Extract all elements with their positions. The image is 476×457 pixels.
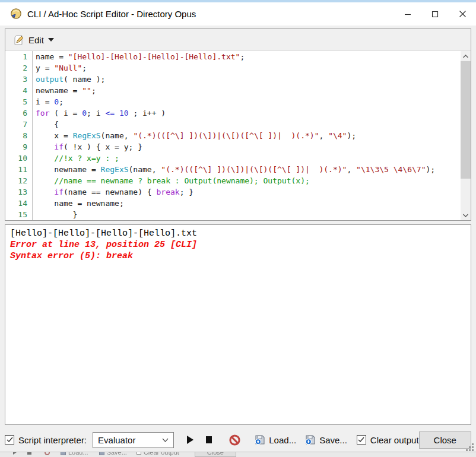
load-label-small: Load... [68, 452, 88, 456]
code-text: newname = ""; [33, 85, 96, 96]
scroll-up-icon[interactable] [461, 51, 471, 61]
background-toolbar-fragment: Load... Save... Clear output Close [0, 452, 476, 457]
editor-scrollbar[interactable] [461, 51, 471, 220]
code-line: 2y = "Null"; [5, 62, 461, 74]
load-button[interactable]: Load... [255, 434, 296, 445]
script-output-panel[interactable]: [Hello]-[Hello]-[Hello]-[Hello].txtError… [5, 224, 471, 425]
code-line: 12 //name == newname ? break : Output(ne… [5, 175, 461, 186]
output-lines: [Hello]-[Hello]-[Hello]-[Hello].txtError… [10, 228, 466, 262]
code-text: name = "[Hello]-[Hello]-[Hello]-[Hello].… [33, 51, 245, 62]
line-number: 14 [5, 198, 33, 209]
clear-output-group: Clear output [357, 435, 419, 445]
code-text: x = RegExS(name, "(.*)(([^\] ])(\])|(\[)… [33, 130, 356, 141]
line-number: 12 [5, 175, 33, 186]
code-line: 5i = 0; [5, 96, 461, 107]
code-line: 14 name = newname; [5, 198, 461, 209]
close-label-small: Close [207, 452, 224, 456]
close-button-small: Close [195, 452, 236, 457]
load-button-label: Load... [269, 435, 296, 445]
output-line: [Hello]-[Hello]-[Hello]-[Hello].txt [10, 228, 466, 239]
chevron-down-icon [162, 438, 169, 442]
minimize-button[interactable] [394, 2, 421, 26]
titlebar: CLI / Ad-Hoc Script Editor - Directory O… [0, 2, 476, 26]
scroll-down-icon[interactable] [461, 210, 471, 220]
interpreter-selected-value: Evaluator [98, 435, 162, 445]
close-window-button[interactable] [449, 2, 476, 26]
line-number: 13 [5, 186, 33, 198]
close-button[interactable]: Close [419, 431, 471, 449]
code-text: newname = RegExS(name, "(.*)(([^\] ])(\]… [33, 164, 435, 175]
abort-icon-small [45, 452, 50, 455]
line-number: 7 [5, 119, 33, 130]
code-line: 9 if( !x ) { x = y; } [5, 141, 461, 153]
clear-output-checkbox-small [137, 452, 141, 455]
bottom-toolbar: Script interpreter: Evaluator Load... [5, 431, 471, 449]
line-number: 4 [5, 85, 33, 96]
line-number: 1 [5, 51, 33, 62]
code-text: //name == newname ? break : Output(newna… [33, 175, 310, 186]
scrollbar-thumb[interactable] [461, 61, 471, 179]
code-editor[interactable]: 1name = "[Hello]-[Hello]-[Hello]-[Hello]… [5, 51, 471, 220]
code-line: 4newname = ""; [5, 85, 461, 96]
load-disk-icon [255, 434, 265, 445]
chevron-down-icon [48, 38, 54, 42]
save-disk-icon-small [99, 452, 104, 455]
line-number: 3 [5, 74, 33, 85]
output-line: Syntax error (5): break [10, 250, 466, 262]
line-number: 2 [5, 62, 33, 74]
save-button[interactable]: Save... [305, 434, 347, 445]
line-number: 10 [5, 153, 33, 164]
code-text: { [33, 119, 59, 130]
code-line: 7 { [5, 119, 461, 130]
line-number: 15 [5, 209, 33, 220]
run-script-button[interactable] [187, 436, 193, 444]
code-line: 11 newname = RegExS(name, "(.*)(([^\] ])… [5, 164, 461, 175]
code-text: for ( i = 0; i <= 10 ; i++ ) [33, 107, 166, 119]
load-disk-icon-small [61, 452, 66, 455]
clear-output-label: Clear output [370, 435, 419, 445]
code-text: name = newname; [33, 198, 124, 209]
background-window-sliver: Load... Save... Clear output Close [0, 452, 476, 457]
run-script-icon-small [13, 452, 17, 455]
code-line: 6for ( i = 0; i <= 10 ; i++ ) [5, 107, 461, 119]
code-text: if( !x ) { x = y; } [33, 141, 142, 153]
save-disk-icon [305, 434, 316, 445]
save-button-label: Save... [319, 435, 347, 445]
code-line: 13 if(name == newname) { break; } [5, 186, 461, 198]
script-interpreter-label: Script interpreter: [18, 435, 87, 445]
code-lines: 1name = "[Hello]-[Hello]-[Hello]-[Hello]… [5, 51, 461, 220]
save-label-small: Save... [107, 452, 127, 456]
code-line: 3output( name ); [5, 74, 461, 85]
resize-grip[interactable] [467, 444, 474, 451]
code-line: 1name = "[Hello]-[Hello]-[Hello]-[Hello]… [5, 51, 461, 62]
code-text: y = "Null"; [33, 62, 87, 74]
code-text: } [33, 209, 77, 220]
line-number: 6 [5, 107, 33, 119]
close-button-label: Close [434, 435, 456, 445]
stop-script-icon-small [27, 452, 31, 455]
maximize-button[interactable] [421, 2, 449, 26]
code-line: 15 } [5, 209, 461, 220]
stop-script-button[interactable] [206, 436, 212, 443]
editor-menubar: Edit [5, 29, 471, 51]
window-title: CLI / Ad-Hoc Script Editor - Directory O… [27, 9, 196, 19]
script-interpreter-checkbox[interactable] [5, 435, 14, 445]
interpreter-select[interactable]: Evaluator [93, 432, 174, 448]
app-icon [9, 8, 23, 21]
output-line: Error at line 13, position 25 [CLI] [10, 239, 466, 250]
abort-icon[interactable] [229, 434, 240, 446]
edit-menu-button[interactable]: Edit [11, 33, 58, 47]
clear-output-label-small: Clear output [144, 452, 179, 456]
line-number: 11 [5, 164, 33, 175]
pencil-icon [14, 35, 24, 45]
script-editor-panel: Edit 1name = "[Hello]-[Hello]-[Hello]-[H… [5, 28, 471, 221]
code-line: 10 //!x ? x=y : ; [5, 153, 461, 164]
line-number: 8 [5, 130, 33, 141]
code-text: i = 0; [33, 96, 64, 107]
code-text: output( name ); [33, 74, 105, 85]
code-text: //!x ? x=y : ; [33, 153, 119, 164]
clear-output-checkbox[interactable] [357, 435, 366, 445]
line-number: 9 [5, 141, 33, 153]
code-text: if(name == newname) { break; } [33, 186, 193, 198]
code-line: 8 x = RegExS(name, "(.*)(([^\] ])(\])|(\… [5, 130, 461, 141]
